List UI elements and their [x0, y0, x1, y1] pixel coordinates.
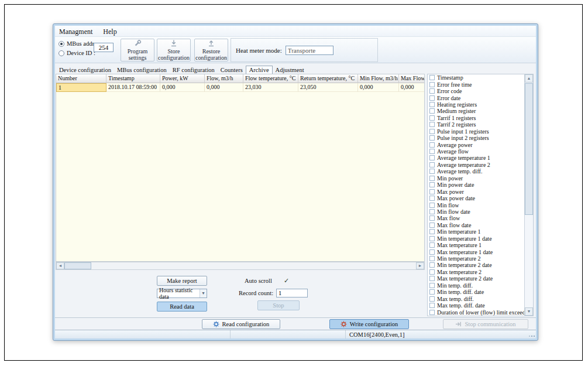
archive-field-item[interactable]: Max temp. diff.	[428, 295, 525, 302]
archive-field-item[interactable]: Max power	[428, 188, 525, 194]
stop-button[interactable]: Stop	[257, 300, 300, 310]
checkbox-icon[interactable]	[429, 95, 435, 101]
table-cell[interactable]: 1	[56, 83, 106, 92]
read-data-button[interactable]: Read data	[157, 302, 207, 312]
resize-grip-icon[interactable]	[534, 336, 535, 337]
checkbox-icon[interactable]	[429, 115, 435, 121]
table-row[interactable]: 12018.10.17 08:59:000,0000,00023,03023,0…	[56, 83, 424, 92]
checkbox-icon[interactable]	[429, 229, 435, 234]
archive-field-item[interactable]: Error date	[428, 94, 525, 101]
checkbox-icon[interactable]	[429, 203, 435, 208]
column-header-min-flow-m3-h[interactable]: Min Flow, m3/h	[358, 74, 399, 83]
column-header-flow-temperature-c[interactable]: Flow temperature, °C	[243, 74, 298, 83]
checkbox-icon[interactable]	[429, 142, 435, 148]
archive-field-item[interactable]: Error code	[428, 88, 525, 94]
archive-field-item[interactable]: Error free time	[428, 81, 525, 87]
checkbox-icon[interactable]	[429, 269, 435, 275]
device-id-radio-row[interactable]: Device ID :	[59, 49, 95, 57]
mbus-addr-radio-row[interactable]: MBus addr:	[59, 40, 96, 47]
table-horizontal-scrollbar[interactable]: ◄ ►	[56, 262, 425, 270]
checkbox-icon[interactable]	[429, 122, 435, 127]
checkbox-icon[interactable]	[429, 249, 435, 255]
device-id-radio[interactable]	[59, 50, 64, 56]
tab-device-configuration[interactable]: Device configuration	[56, 66, 114, 74]
archive-field-item[interactable]: Min temperature 2 date	[428, 262, 525, 268]
table-cell[interactable]: 0,000	[205, 83, 243, 92]
checkbox-icon[interactable]	[429, 155, 435, 160]
checkbox-icon[interactable]	[429, 182, 435, 187]
archive-field-item[interactable]: Tarrif 1 registers	[428, 115, 525, 121]
archive-field-item[interactable]: Min flow date	[428, 208, 525, 215]
archive-field-item[interactable]: Average power	[428, 141, 525, 148]
stop-communication-button[interactable]: Stop communication	[443, 319, 528, 329]
checkbox-icon[interactable]	[429, 169, 435, 174]
heat-meter-mode-input[interactable]	[286, 46, 333, 55]
tab-mbus-configuration[interactable]: MBus configuration	[114, 66, 170, 74]
make-report-button[interactable]: Make report	[157, 276, 207, 286]
archive-field-item[interactable]: Average flow	[428, 148, 525, 155]
checkbox-icon[interactable]	[429, 189, 435, 194]
checkbox-icon[interactable]	[429, 289, 435, 295]
archive-field-item[interactable]: Min temp. diff. date	[428, 289, 525, 295]
archive-field-item[interactable]: Average temperature 2	[428, 162, 525, 168]
vertical-scroll-thumb[interactable]	[525, 83, 533, 215]
archive-field-item[interactable]: Medium register	[428, 108, 525, 114]
scroll-up-icon[interactable]: ▲	[525, 74, 533, 83]
archive-field-item[interactable]: Max temperature 1	[428, 242, 525, 248]
mbus-addr-radio[interactable]	[59, 41, 64, 47]
scroll-right-icon[interactable]: ►	[416, 262, 424, 269]
column-header-power-kw[interactable]: Power, kW	[160, 74, 205, 83]
archive-field-item[interactable]: Timestamp	[428, 74, 525, 81]
archive-field-item[interactable]: Max temperature 2 date	[428, 275, 525, 282]
checkbox-icon[interactable]	[429, 256, 435, 261]
table-cell[interactable]: 2018.10.17 08:59:00	[106, 83, 160, 92]
program-settings-button[interactable]: Program settings	[121, 39, 154, 61]
scroll-left-icon[interactable]: ◄	[56, 262, 64, 269]
table-cell[interactable]: 0,000	[358, 83, 399, 92]
checkbox-icon[interactable]	[429, 162, 435, 167]
archive-field-item[interactable]: Min flow	[428, 201, 525, 208]
table-cell[interactable]: 23,030	[243, 83, 298, 92]
data-type-dropdown[interactable]: Hours statistic data ▾	[157, 289, 207, 298]
table-cell[interactable]: 0,000	[399, 83, 424, 92]
column-header-flow-m3-h[interactable]: Flow, m3/h	[205, 74, 243, 83]
checkbox-icon[interactable]	[429, 223, 435, 228]
archive-field-item[interactable]: Average temp. diff.	[428, 168, 525, 175]
archive-field-item[interactable]: Min temp. diff.	[428, 282, 525, 289]
archive-field-item[interactable]: Tarrif 2 registers	[428, 121, 525, 128]
checkbox-icon[interactable]	[429, 310, 435, 315]
checkbox-icon[interactable]	[429, 88, 435, 94]
tab-adjustment[interactable]: Adjustment	[273, 66, 307, 74]
checkbox-icon[interactable]	[429, 129, 435, 134]
archive-field-item[interactable]: Max flow	[428, 215, 525, 221]
archive-field-item[interactable]: Max temperature 2	[428, 269, 525, 275]
auto-scroll-check-icon[interactable]: ✓	[284, 277, 289, 285]
archive-field-item[interactable]: Pulse input 2 registers	[428, 135, 525, 141]
menu-help[interactable]: Help	[99, 26, 121, 36]
archive-field-item[interactable]: Pulse input 1 registers	[428, 128, 525, 135]
column-header-timestamp[interactable]: Timestamp	[106, 74, 160, 83]
tab-counters[interactable]: Counters	[218, 66, 246, 74]
checkbox-icon[interactable]	[429, 303, 435, 308]
fields-vertical-scrollbar[interactable]: ▲ ▼	[524, 74, 533, 316]
menu-managment[interactable]: Managment	[55, 26, 97, 36]
checkbox-icon[interactable]	[429, 176, 435, 181]
tab-rf-configuration[interactable]: RF configuration	[170, 66, 218, 74]
checkbox-icon[interactable]	[429, 283, 435, 288]
store-configuration-button[interactable]: Store configuration	[157, 39, 191, 61]
archive-field-item[interactable]: Heating registers	[428, 101, 525, 108]
column-header-return-temperature-c[interactable]: Return temperature, °C	[298, 74, 358, 83]
checkbox-icon[interactable]	[429, 242, 435, 248]
archive-field-item[interactable]: Max power date	[428, 195, 525, 201]
table-cell[interactable]: 23,050	[298, 83, 358, 92]
archive-field-item[interactable]: Min power date	[428, 182, 525, 188]
column-header-max-flow-m3-h[interactable]: Max Flow, m3/h	[399, 74, 424, 83]
archive-field-item[interactable]: Max temperature 1 date	[428, 248, 525, 255]
scroll-down-icon[interactable]: ▼	[525, 307, 533, 316]
checkbox-icon[interactable]	[429, 236, 435, 241]
table-cell[interactable]: 0,000	[160, 83, 205, 92]
checkbox-icon[interactable]	[429, 149, 435, 154]
checkbox-icon[interactable]	[429, 262, 435, 268]
archive-field-item[interactable]: Duration of lower (flow) limit exceed	[428, 309, 525, 315]
tab-archive[interactable]: Archive	[246, 66, 273, 74]
